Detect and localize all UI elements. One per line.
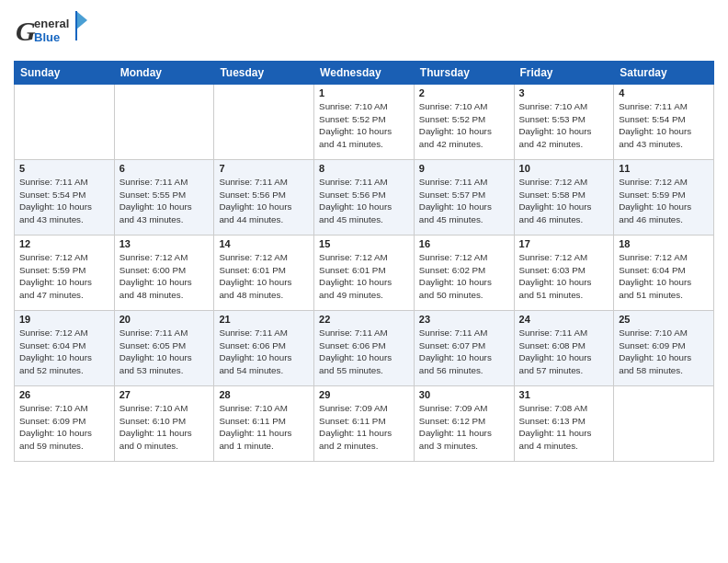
day-info: Sunrise: 7:12 AM Sunset: 5:58 PM Dayligh… (519, 176, 609, 226)
calendar-cell: 17Sunrise: 7:12 AM Sunset: 6:03 PM Dayli… (514, 236, 614, 311)
calendar-cell: 3Sunrise: 7:10 AM Sunset: 5:53 PM Daylig… (514, 85, 614, 160)
day-number: 30 (419, 389, 509, 400)
day-info: Sunrise: 7:10 AM Sunset: 6:10 PM Dayligh… (119, 402, 210, 453)
calendar-cell: 25Sunrise: 7:10 AM Sunset: 6:09 PM Dayli… (614, 311, 714, 386)
day-number: 10 (519, 163, 609, 174)
day-info: Sunrise: 7:12 AM Sunset: 6:03 PM Dayligh… (519, 251, 609, 302)
day-number: 14 (219, 238, 309, 249)
calendar-cell: 11Sunrise: 7:12 AM Sunset: 5:59 PM Dayli… (614, 160, 714, 236)
day-number: 11 (619, 163, 709, 174)
day-info: Sunrise: 7:12 AM Sunset: 5:59 PM Dayligh… (19, 251, 109, 302)
day-info: Sunrise: 7:10 AM Sunset: 6:11 PM Dayligh… (219, 402, 309, 453)
day-number: 25 (619, 314, 709, 325)
day-number: 26 (19, 389, 109, 400)
day-number: 3 (519, 87, 609, 98)
day-number: 9 (419, 163, 509, 174)
calendar-cell (15, 85, 115, 160)
calendar-cell: 2Sunrise: 7:10 AM Sunset: 5:52 PM Daylig… (414, 85, 514, 160)
day-number: 28 (219, 389, 309, 400)
calendar-cell: 27Sunrise: 7:10 AM Sunset: 6:10 PM Dayli… (114, 386, 214, 462)
calendar-cell: 24Sunrise: 7:11 AM Sunset: 6:08 PM Dayli… (514, 311, 614, 386)
day-number: 24 (519, 314, 609, 325)
logo: G eneral Blue (14, 9, 97, 53)
day-header-monday: Monday (114, 62, 214, 85)
calendar-header-row: SundayMondayTuesdayWednesdayThursdayFrid… (15, 62, 714, 85)
day-info: Sunrise: 7:11 AM Sunset: 5:54 PM Dayligh… (619, 100, 709, 151)
day-info: Sunrise: 7:09 AM Sunset: 6:11 PM Dayligh… (319, 402, 409, 453)
day-info: Sunrise: 7:10 AM Sunset: 6:09 PM Dayligh… (619, 327, 709, 377)
day-info: Sunrise: 7:11 AM Sunset: 6:06 PM Dayligh… (219, 327, 309, 377)
day-number: 16 (419, 238, 509, 249)
main-container: G eneral Blue SundayMondayTuesdayWednesd… (0, 0, 728, 563)
calendar-cell: 13Sunrise: 7:12 AM Sunset: 6:00 PM Dayli… (114, 236, 214, 311)
calendar-cell: 23Sunrise: 7:11 AM Sunset: 6:07 PM Dayli… (414, 311, 514, 386)
day-number: 4 (619, 87, 709, 98)
calendar-cell: 16Sunrise: 7:12 AM Sunset: 6:02 PM Dayli… (414, 236, 514, 311)
calendar-cell: 29Sunrise: 7:09 AM Sunset: 6:11 PM Dayli… (314, 386, 415, 462)
day-info: Sunrise: 7:10 AM Sunset: 5:52 PM Dayligh… (319, 100, 409, 151)
day-info: Sunrise: 7:11 AM Sunset: 5:57 PM Dayligh… (419, 176, 509, 226)
day-number: 17 (519, 238, 609, 249)
calendar-cell: 5Sunrise: 7:11 AM Sunset: 5:54 PM Daylig… (15, 160, 115, 236)
calendar-cell: 21Sunrise: 7:11 AM Sunset: 6:06 PM Dayli… (214, 311, 314, 386)
day-header-thursday: Thursday (414, 62, 514, 85)
calendar-table: SundayMondayTuesdayWednesdayThursdayFrid… (14, 61, 714, 462)
calendar-cell: 9Sunrise: 7:11 AM Sunset: 5:57 PM Daylig… (414, 160, 514, 236)
day-info: Sunrise: 7:11 AM Sunset: 5:56 PM Dayligh… (319, 176, 409, 226)
calendar-week-row: 19Sunrise: 7:12 AM Sunset: 6:04 PM Dayli… (15, 311, 714, 386)
day-header-tuesday: Tuesday (214, 62, 314, 85)
svg-text:G: G (16, 16, 36, 46)
logo-svg: G eneral Blue (14, 9, 97, 50)
calendar-cell: 12Sunrise: 7:12 AM Sunset: 5:59 PM Dayli… (15, 236, 115, 311)
day-number: 5 (19, 163, 109, 174)
day-info: Sunrise: 7:12 AM Sunset: 6:00 PM Dayligh… (119, 251, 210, 302)
svg-text:Blue: Blue (34, 30, 60, 44)
calendar-cell: 18Sunrise: 7:12 AM Sunset: 6:04 PM Dayli… (614, 236, 714, 311)
day-info: Sunrise: 7:10 AM Sunset: 6:09 PM Dayligh… (19, 402, 109, 453)
calendar-cell: 30Sunrise: 7:09 AM Sunset: 6:12 PM Dayli… (414, 386, 514, 462)
calendar-cell: 28Sunrise: 7:10 AM Sunset: 6:11 PM Dayli… (214, 386, 314, 462)
day-number: 1 (319, 87, 409, 98)
day-number: 19 (19, 314, 109, 325)
day-number: 7 (219, 163, 309, 174)
day-info: Sunrise: 7:11 AM Sunset: 5:56 PM Dayligh… (219, 176, 309, 226)
calendar-cell (214, 85, 314, 160)
day-number: 6 (119, 163, 210, 174)
day-info: Sunrise: 7:11 AM Sunset: 5:55 PM Dayligh… (119, 176, 210, 226)
day-info: Sunrise: 7:11 AM Sunset: 5:54 PM Dayligh… (19, 176, 109, 226)
day-number: 20 (119, 314, 210, 325)
calendar-cell: 8Sunrise: 7:11 AM Sunset: 5:56 PM Daylig… (314, 160, 415, 236)
calendar-cell: 26Sunrise: 7:10 AM Sunset: 6:09 PM Dayli… (15, 386, 115, 462)
day-number: 27 (119, 389, 210, 400)
calendar-cell: 20Sunrise: 7:11 AM Sunset: 6:05 PM Dayli… (114, 311, 214, 386)
day-number: 8 (319, 163, 409, 174)
day-info: Sunrise: 7:11 AM Sunset: 6:08 PM Dayligh… (519, 327, 609, 377)
day-number: 22 (319, 314, 409, 325)
day-number: 13 (119, 238, 210, 249)
day-number: 15 (319, 238, 409, 249)
calendar-cell: 10Sunrise: 7:12 AM Sunset: 5:58 PM Dayli… (514, 160, 614, 236)
day-info: Sunrise: 7:11 AM Sunset: 6:05 PM Dayligh… (119, 327, 210, 377)
day-info: Sunrise: 7:12 AM Sunset: 6:02 PM Dayligh… (419, 251, 509, 302)
calendar-week-row: 1Sunrise: 7:10 AM Sunset: 5:52 PM Daylig… (15, 85, 714, 160)
day-number: 2 (419, 87, 509, 98)
calendar-cell (614, 386, 714, 462)
calendar-cell: 14Sunrise: 7:12 AM Sunset: 6:01 PM Dayli… (214, 236, 314, 311)
calendar-cell: 6Sunrise: 7:11 AM Sunset: 5:55 PM Daylig… (114, 160, 214, 236)
calendar-cell: 22Sunrise: 7:11 AM Sunset: 6:06 PM Dayli… (314, 311, 415, 386)
svg-text:eneral: eneral (34, 17, 69, 30)
calendar-cell: 31Sunrise: 7:08 AM Sunset: 6:13 PM Dayli… (514, 386, 614, 462)
day-info: Sunrise: 7:11 AM Sunset: 6:07 PM Dayligh… (419, 327, 509, 377)
calendar-cell (114, 85, 214, 160)
day-header-friday: Friday (514, 62, 614, 85)
day-number: 31 (519, 389, 609, 400)
day-number: 21 (219, 314, 309, 325)
day-number: 23 (419, 314, 509, 325)
day-header-wednesday: Wednesday (314, 62, 415, 85)
calendar-week-row: 26Sunrise: 7:10 AM Sunset: 6:09 PM Dayli… (15, 386, 714, 462)
day-info: Sunrise: 7:08 AM Sunset: 6:13 PM Dayligh… (519, 402, 609, 453)
calendar-cell: 4Sunrise: 7:11 AM Sunset: 5:54 PM Daylig… (614, 85, 714, 160)
day-info: Sunrise: 7:09 AM Sunset: 6:12 PM Dayligh… (419, 402, 509, 453)
day-info: Sunrise: 7:10 AM Sunset: 5:53 PM Dayligh… (519, 100, 609, 151)
day-info: Sunrise: 7:12 AM Sunset: 6:04 PM Dayligh… (19, 327, 109, 377)
